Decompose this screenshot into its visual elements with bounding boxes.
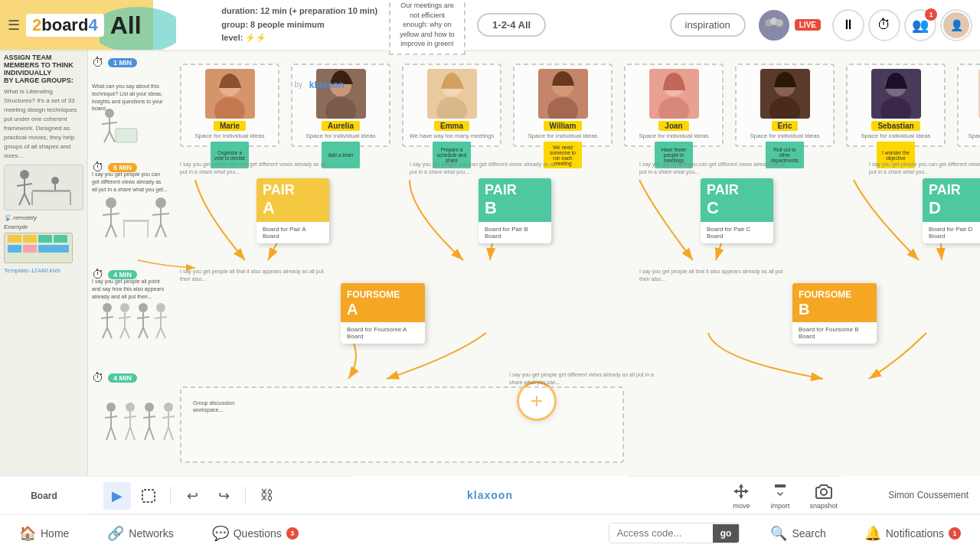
svg-line-55 (111, 224, 116, 237)
row2-tip-text: I say you get people you can get differe… (180, 161, 333, 176)
access-code-input[interactable] (609, 523, 709, 543)
svg-rect-16 (54, 235, 67, 243)
pair-card-b[interactable]: PAIR B Board for Pair B Board (479, 178, 551, 243)
import-tool[interactable]: import (764, 482, 795, 510)
bottom-divider (88, 514, 980, 514)
pair-c-body: Board for Pair C Board (701, 222, 773, 243)
svg-line-73 (125, 328, 129, 338)
networks-icon: 🔗 (107, 525, 124, 542)
questions-icon: 💬 (212, 525, 229, 542)
snapshot-tool[interactable]: snapshot (803, 482, 844, 510)
name-eric: Eric (772, 121, 799, 131)
home-icon: 🏠 (19, 525, 36, 542)
bottom-left-panel: Board (0, 476, 88, 514)
nav-questions[interactable]: 💬 Questions 3 (193, 515, 318, 551)
svg-rect-8 (32, 190, 70, 192)
svg-rect-18 (23, 245, 37, 253)
people-button[interactable]: 👥 1 (904, 9, 936, 41)
svg-line-77 (139, 328, 143, 338)
row2-tip-text2: I say you get people you can get differe… (410, 161, 563, 176)
pair-card-c[interactable]: PAIR C Board for Pair C Board (701, 178, 773, 243)
separator-1 (170, 487, 171, 505)
foursome-card-b[interactable]: FOURSOME B Board for Foursome BBoard (792, 283, 877, 344)
redo-button[interactable]: ↪ (210, 482, 237, 510)
avatar-group-icon[interactable] (757, 8, 791, 42)
svg-rect-13 (8, 235, 21, 243)
timer-button[interactable]: ⏱ (868, 9, 900, 41)
svg-line-24 (104, 132, 109, 142)
svg-line-103 (168, 427, 173, 440)
bottom-nav-bar: 🏠 Home 🔗 Networks 💬 Questions 3 go 🔍 Sea… (0, 514, 980, 551)
svg-line-54 (106, 224, 111, 237)
svg-point-105 (821, 489, 827, 495)
svg-line-101 (162, 416, 175, 418)
name-aurelia: Aurelia (322, 121, 360, 131)
person-card-eric: Eric Space for individual ideas Synchron… (735, 64, 835, 147)
klaxoon-by: by klaxoon (295, 80, 345, 90)
notifications-icon: 🔔 (864, 525, 881, 542)
select-button[interactable] (135, 482, 162, 510)
label-laura: Space for individual ideas (968, 132, 980, 139)
template-link[interactable]: Template-124All.klxb (4, 267, 83, 274)
person-card-joan: Joan Space for individual ideas Meetings… (624, 64, 724, 147)
sidebar-preview[interactable] (4, 233, 73, 263)
row2-tip-text3: I say you get people you can get differe… (639, 161, 792, 176)
label-joan: Space for individual ideas (639, 132, 708, 139)
photo-aurelia (316, 69, 366, 119)
svg-line-61 (152, 214, 169, 215)
row4-header: ⏱ 4 MIN (92, 371, 137, 385)
separator-2 (245, 487, 246, 505)
sequence-button[interactable]: 1-2-4 All (477, 13, 546, 37)
pair-card-a[interactable]: PAIR A Board for Pair A Board (256, 178, 329, 243)
nav-notifications[interactable]: 🔔 Notifications 1 (845, 515, 980, 551)
nav-home[interactable]: 🏠 Home (0, 515, 88, 551)
svg-point-89 (126, 403, 135, 412)
access-go-button[interactable]: go (713, 524, 740, 543)
svg-line-67 (103, 328, 107, 338)
svg-point-3 (20, 170, 29, 179)
svg-rect-56 (122, 220, 149, 222)
move-tool[interactable]: move (726, 482, 756, 510)
user-name-area: Simon Coussement (842, 476, 980, 514)
photo-william (538, 69, 588, 119)
name-joan: Joan (658, 121, 688, 131)
svg-line-83 (161, 328, 165, 338)
name-emma: Emma (434, 121, 469, 131)
svg-line-82 (156, 328, 161, 338)
foursome-b-body: Board for Foursome BBoard (792, 322, 877, 344)
user-button[interactable]: 👤 (940, 9, 972, 41)
svg-point-69 (120, 303, 129, 312)
sidebar-body: What is Liberating Structures? It's a se… (4, 87, 83, 161)
access-code-area: go (609, 523, 740, 543)
undo-button[interactable]: ↩ (178, 482, 206, 510)
nav-search[interactable]: 🔍 Search (751, 515, 844, 551)
inspiration-button[interactable]: inspiration (670, 13, 746, 37)
svg-line-87 (106, 427, 111, 440)
sidebar-illustration-1 (4, 165, 83, 210)
svg-rect-14 (23, 235, 37, 243)
svg-line-72 (120, 328, 125, 338)
pause-button[interactable]: ⏸ (832, 9, 864, 41)
svg-point-84 (106, 403, 116, 412)
photo-joan (649, 69, 699, 119)
svg-line-91 (124, 416, 136, 418)
svg-line-6 (19, 194, 24, 205)
sidebar-title: ASSIGN TEAM MEMBERS TO THINK INDIVIDUALL… (4, 54, 83, 84)
nav-networks[interactable]: 🔗 Networks (88, 515, 192, 551)
menu-icon[interactable]: ☰ (8, 17, 20, 34)
avatar-group: LIVE (757, 8, 821, 42)
svg-point-2 (776, 19, 783, 27)
svg-rect-26 (116, 129, 137, 142)
row3-tip-text2: I say you get people all that it also ap… (639, 268, 792, 283)
name-william: William (544, 121, 583, 131)
svg-point-74 (139, 303, 148, 312)
row3-tip-text: I say you get people all that it also ap… (180, 268, 333, 283)
link-button[interactable]: ⛓ (253, 482, 281, 510)
user-name: Simon Coussement (888, 490, 969, 500)
play-button[interactable]: ▶ (103, 482, 131, 510)
svg-line-78 (143, 328, 148, 338)
foursome-card-a[interactable]: FOURSOME A Board for Foursome ABoard (341, 283, 425, 344)
search-nav-icon: 🔍 (770, 525, 787, 542)
clock-icon-1: ⏱ (92, 56, 104, 70)
pair-card-d[interactable]: PAIR D Board for Pair D Board (923, 178, 980, 243)
